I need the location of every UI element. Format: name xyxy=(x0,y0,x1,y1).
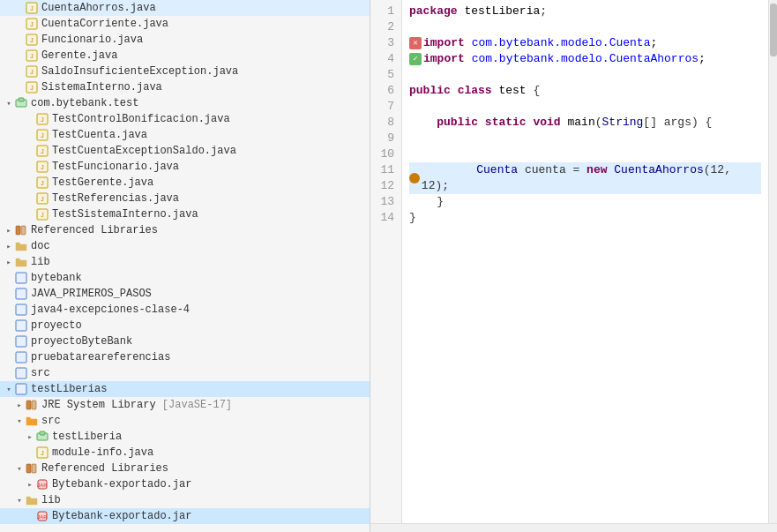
code-text-line-6: public class test { xyxy=(409,83,540,99)
tree-icon-folder-src xyxy=(25,414,39,428)
sidebar-item-module-info[interactable]: Jmodule-info.java xyxy=(0,445,370,461)
sidebar-item-bytebank[interactable]: bytebank xyxy=(0,270,370,286)
svg-rect-29 xyxy=(21,226,26,235)
tree-arrow-test-liberias[interactable] xyxy=(4,385,14,394)
sidebar-item-src[interactable]: src xyxy=(0,365,370,381)
sidebar-item-src2[interactable]: src xyxy=(0,413,370,429)
sidebar-item-funcionario[interactable]: JFuncionario.java xyxy=(0,32,370,48)
sidebar-item-test-liberias[interactable]: testLiberias xyxy=(0,381,370,397)
svg-rect-36 xyxy=(16,368,26,378)
line-numbers: 1234567891011121314 xyxy=(370,0,402,523)
sidebar-item-com-bytebank-test[interactable]: com.bytebank.test xyxy=(0,95,370,111)
sidebar-item-proyecto[interactable]: proyecto xyxy=(0,318,370,333)
sidebar-item-gerente[interactable]: JGerente.java xyxy=(0,48,370,64)
tree-icon-package xyxy=(14,96,28,110)
sidebar-item-lib2[interactable]: lib xyxy=(0,492,370,508)
tree-icon-java: J xyxy=(35,160,49,174)
svg-text:J: J xyxy=(41,148,44,154)
tree-arrow-test-liberia[interactable] xyxy=(25,432,35,442)
sidebar-item-referenced-libraries-1[interactable]: Referenced Libraries xyxy=(0,222,370,238)
svg-text:J: J xyxy=(41,116,44,123)
svg-rect-38 xyxy=(26,401,31,409)
line-number-9: 9 xyxy=(377,131,394,146)
sidebar-item-cuenta-corriente[interactable]: JCuentaCorriente.java xyxy=(0,16,370,32)
tree-arrow-src2[interactable] xyxy=(14,416,25,426)
code-line-12: } xyxy=(409,194,761,210)
code-area: 1234567891011121314 package testLiberia;… xyxy=(370,0,777,523)
code-content[interactable]: package testLiberia; ✕import com.byteban… xyxy=(402,0,768,523)
svg-rect-45 xyxy=(32,464,36,473)
tree-label-test-control-bonificacion: TestControlBonificacion.java xyxy=(52,113,230,125)
svg-text:J: J xyxy=(30,85,34,91)
tree-label-proyecto-bytebank: proyectoByteBank xyxy=(31,335,132,348)
tree-arrow-doc[interactable] xyxy=(4,242,14,251)
tree-icon-folder xyxy=(14,255,28,269)
sidebar-item-referenced-libraries-2[interactable]: Referenced Libraries xyxy=(0,461,370,476)
svg-rect-13 xyxy=(19,98,24,101)
sidebar-item-test-gerente[interactable]: JTestGerente.java xyxy=(0,175,370,191)
tree-icon-java: J xyxy=(35,128,49,142)
tree-label-com-bytebank-test: com.bytebank.test xyxy=(31,97,138,109)
line-number-8: 8 xyxy=(377,115,394,131)
sidebar-item-lib[interactable]: lib xyxy=(0,254,370,270)
tree-icon-java: J xyxy=(25,80,39,94)
tree-label-lib2: lib xyxy=(41,494,61,506)
tree-icon-project xyxy=(14,287,28,301)
tree-icon-lib-ref xyxy=(14,223,28,237)
sidebar-item-bytebank-exportado[interactable]: JARBytebank-exportado.jar xyxy=(0,476,370,492)
tree-icon-project xyxy=(14,318,28,333)
line-number-14: 14 xyxy=(377,210,394,226)
horizontal-scrollbar[interactable] xyxy=(370,523,777,532)
tree-arrow-bytebank-exportado[interactable] xyxy=(25,480,35,490)
sidebar-item-test-control-bonificacion[interactable]: JTestControlBonificacion.java xyxy=(0,111,370,127)
tree-arrow-lib2[interactable] xyxy=(14,496,25,506)
sidebar-item-cuenta-ahorros[interactable]: JCuentaAhorros.java xyxy=(0,0,370,16)
sidebar-item-jre-system-library[interactable]: JRE System Library [JavaSE-17] xyxy=(0,397,370,413)
tree-label-test-liberias: testLiberias xyxy=(31,383,107,395)
sidebar-item-test-cuenta[interactable]: JTestCuenta.java xyxy=(0,127,370,143)
import-mark-line-3: ✕ xyxy=(409,37,422,49)
sidebar-item-test-sistema-interno[interactable]: JTestSistemaInterno.java xyxy=(0,206,370,222)
tree-label-java4-excepciones: java4-excepciones-clase-4 xyxy=(31,303,190,316)
sidebar-item-bytebank-exportado-jar-2[interactable]: JARBytebank-exportado.jar xyxy=(0,508,370,524)
sidebar-item-proyecto-bytebank[interactable]: proyectoByteBank xyxy=(0,333,370,349)
svg-rect-39 xyxy=(32,401,36,409)
sidebar-item-sistema-interno[interactable]: JSistemaInterno.java xyxy=(0,79,370,95)
tree-label-referenced-libraries-2: Referenced Libraries xyxy=(41,462,168,475)
tree-arrow-com-bytebank-test[interactable] xyxy=(4,99,14,109)
sidebar-item-doc[interactable]: doc xyxy=(0,238,370,254)
line-number-4: 4 xyxy=(377,51,394,67)
vertical-scrollbar[interactable] xyxy=(768,0,777,523)
line-number-12: 12 xyxy=(377,178,394,194)
svg-text:J: J xyxy=(41,450,44,456)
tree-arrow-referenced-libraries-2[interactable] xyxy=(14,464,25,474)
tree-arrow-jre-system-library[interactable] xyxy=(14,401,25,410)
sidebar-item-saldo-insuficiente[interactable]: JSaldoInsuficienteException.java xyxy=(0,64,370,79)
tree-label-cuenta-corriente: CuentaCorriente.java xyxy=(41,18,168,30)
tree-label-bytebank-exportado: Bytebank-exportado.jar xyxy=(52,478,191,491)
tree-label-gerente: Gerente.java xyxy=(41,49,117,62)
code-line-10 xyxy=(409,146,761,162)
tree-label-saldo-insuficiente: SaldoInsuficienteException.java xyxy=(41,65,238,78)
sidebar-item-test-referencias[interactable]: JTestReferencias.java xyxy=(0,191,370,206)
svg-text:J: J xyxy=(41,212,44,218)
tree-icon-project xyxy=(14,366,28,380)
sidebar-item-java-primeros-pasos[interactable]: JAVA_PRIMEROS_PASOS xyxy=(0,286,370,302)
svg-text:J: J xyxy=(30,69,34,75)
code-text-line-12: } xyxy=(409,194,444,210)
tree-label-test-liberia: testLiberia xyxy=(52,431,122,443)
sidebar-item-test-funcionario[interactable]: JTestFuncionario.java xyxy=(0,159,370,175)
tree-icon-java: J xyxy=(25,49,39,63)
tree-label-src: src xyxy=(31,367,50,379)
sidebar-item-test-liberia[interactable]: testLiberia xyxy=(0,429,370,445)
tree-arrow-lib[interactable] xyxy=(4,258,14,267)
sidebar-item-test-cuenta-exception[interactable]: JTestCuentaExceptionSaldo.java xyxy=(0,143,370,159)
tree-label-doc: doc xyxy=(31,240,50,252)
tree-arrow-referenced-libraries-1[interactable] xyxy=(4,226,14,236)
sidebar-item-java4-excepciones[interactable]: java4-excepciones-clase-4 xyxy=(0,302,370,318)
gutter-mark-line-11 xyxy=(409,173,420,184)
tree-icon-project xyxy=(14,303,28,317)
tree-label-proyecto: proyecto xyxy=(31,319,82,332)
sidebar-item-prueba-area-referencias[interactable]: pruebatareareferencias xyxy=(0,349,370,365)
tree-label-test-gerente: TestGerente.java xyxy=(52,176,153,189)
